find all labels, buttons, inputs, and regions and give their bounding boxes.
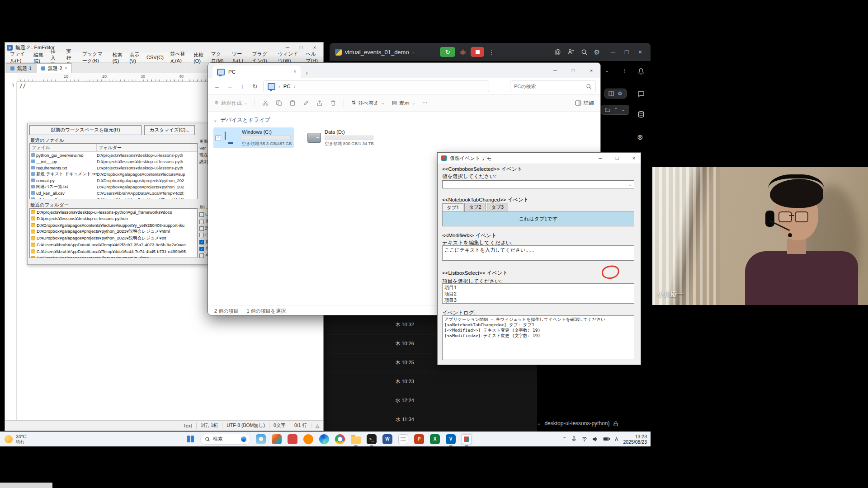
restore-workspace-button[interactable]: 以前のワークスペースを復元(R)	[29, 125, 142, 135]
menu-item[interactable]: ブックマーク(B)	[79, 51, 109, 64]
notifications-bell-icon[interactable]	[637, 68, 645, 75]
stop-button[interactable]	[471, 47, 484, 57]
minimize-icon[interactable]: ─	[594, 156, 607, 161]
chevron-down-icon[interactable]: ⌄	[626, 181, 634, 188]
cut-icon[interactable]	[262, 100, 269, 106]
chevron-down-icon[interactable]: ⌄	[605, 68, 609, 74]
microphone-icon[interactable]	[571, 436, 576, 442]
kebab-menu-icon[interactable]: ⋮	[622, 67, 627, 74]
list-item[interactable]: D:¥projects¥lessons¥desktop-ui-lessons-p…	[30, 216, 197, 222]
code-with-me-icon[interactable]	[567, 48, 575, 56]
taskbar-icon-photos[interactable]	[271, 433, 283, 445]
maximize-icon[interactable]: □	[564, 68, 582, 73]
table-row[interactable]: utf_ken_all.csv C:¥Users¥kbrah¥AppData¥L…	[30, 196, 197, 199]
list-item[interactable]: 木 10:23	[324, 372, 537, 391]
close-tab-icon[interactable]: ×	[65, 66, 67, 70]
menu-item[interactable]: 並べ替え(A)	[167, 51, 190, 64]
taskbar-clock[interactable]: 13:23 2025/08/23	[623, 434, 647, 445]
database-icon[interactable]	[637, 111, 645, 118]
pycharm-project-title[interactable]: virtual_events_01_demo	[345, 49, 409, 56]
taskbar-icon-app-orange[interactable]	[302, 433, 314, 445]
taskbar-icon-terminal[interactable]: >_	[366, 433, 377, 445]
run-button[interactable]: ↻	[440, 47, 455, 57]
minimize-icon[interactable]: ─	[281, 45, 294, 50]
breadcrumb[interactable]: › PC ›	[263, 80, 489, 92]
settings-gear-icon[interactable]: ⚙	[594, 49, 600, 56]
search-input[interactable]: PCの検索	[510, 80, 596, 92]
search-icon[interactable]	[581, 49, 588, 56]
copilot-icon[interactable]: @	[554, 49, 561, 55]
weather-widget[interactable]: 34°C 晴れ	[0, 434, 31, 444]
navigation-pill[interactable]: ⌃ ⌄	[601, 105, 629, 115]
project-env-label[interactable]: desktop-ui-lessons-python)	[544, 420, 609, 427]
list-item[interactable]: 項目1	[444, 284, 632, 291]
text-input[interactable]: ここにテキストを入力してください...	[442, 245, 634, 261]
customize-button[interactable]: カスタマイズ(C)...	[144, 125, 195, 135]
more-actions-icon[interactable]: ⋮	[488, 49, 495, 55]
tab-3[interactable]: タブ3	[487, 203, 508, 211]
view-button[interactable]: ▤表示⌄	[392, 100, 415, 107]
menu-item[interactable]: ファイル(F)	[7, 51, 30, 64]
ime-indicator[interactable]: A	[615, 436, 618, 442]
taskbar-icon-weather-app[interactable]	[255, 433, 267, 445]
taskbar-icon-chrome[interactable]	[334, 433, 346, 445]
breadcrumb-pc[interactable]: PC	[283, 84, 291, 89]
taskbar-icon-excel[interactable]: X	[429, 433, 441, 445]
taskbar-icon-app-red[interactable]	[287, 433, 298, 445]
taskbar-icon-vscode[interactable]: V	[445, 433, 457, 445]
paste-icon[interactable]	[289, 100, 296, 106]
tray-overflow-chevron-icon[interactable]: ⌃	[562, 436, 566, 441]
editor-toolbar-pill[interactable]: ⚙	[604, 89, 627, 99]
new-tab-icon[interactable]: +	[305, 70, 309, 78]
back-icon[interactable]: ←	[212, 84, 222, 89]
search-icon[interactable]	[586, 84, 592, 89]
maximize-icon[interactable]: □	[294, 45, 308, 50]
taskbar-icon-notepad[interactable]	[397, 433, 409, 445]
forward-icon[interactable]: →	[225, 84, 234, 89]
list-item[interactable]: C:¥Users¥kbrah¥AppData¥Local¥Temp¥4d2f3c…	[30, 242, 197, 249]
taskbar-icon-powerpoint[interactable]: P	[413, 433, 425, 445]
up-icon[interactable]: ↑	[238, 84, 247, 89]
document-tab[interactable]: 無題-1	[6, 63, 36, 73]
close-tab-icon[interactable]: ×	[293, 70, 296, 74]
chevron-down-icon[interactable]: ⌄	[213, 118, 217, 122]
listbox[interactable]: 項目1項目2項目3	[442, 283, 634, 304]
list-item[interactable]: 項目3	[444, 297, 632, 303]
close-icon[interactable]: ×	[308, 45, 321, 50]
comments-icon[interactable]	[637, 90, 645, 98]
close-icon[interactable]: ×	[633, 49, 647, 55]
list-item[interactable]: D:¥Dropbox¥galapagos¥contents¥lecture¥su…	[30, 255, 197, 258]
taskbar-icon-edge[interactable]	[318, 433, 330, 445]
explorer-tab-pc[interactable]: PC ×	[212, 66, 301, 78]
list-item[interactable]: D:¥Dropbox¥galapagos¥projects¥python_202…	[30, 229, 197, 235]
minimize-icon[interactable]: ─	[546, 68, 564, 73]
list-item[interactable]: 水 11:34	[324, 410, 537, 429]
see-more-icon[interactable]: ⋯	[422, 100, 428, 106]
chevron-down-icon[interactable]: ⌄	[412, 50, 415, 54]
recent-folders-list[interactable]: D:¥projects¥lessons¥desktop-ui-lessons-p…	[29, 208, 198, 258]
table-row[interactable]: __init__.py D:¥projects¥lessons¥desktop-…	[30, 158, 197, 164]
new-item-button[interactable]: ⊕新規作成⌄	[214, 100, 247, 107]
drive-tile-windows-c[interactable]: ✓ Windows (C:) 空き領域 55.3 GB/487 GB	[213, 127, 294, 148]
debug-icon[interactable]	[459, 48, 467, 56]
menu-item[interactable]: 検索(S)	[109, 52, 127, 64]
table-row[interactable]: requirements.txt D:¥projects¥lessons¥des…	[30, 164, 197, 171]
tab-1[interactable]: タブ1	[442, 203, 463, 212]
checkbox[interactable]: C	[199, 232, 208, 237]
maximize-icon[interactable]: □	[610, 156, 624, 161]
list-item[interactable]: C:¥Users¥kbrah¥AppData¥Local¥Temp¥dde16c…	[30, 248, 197, 255]
battery-icon[interactable]	[603, 437, 610, 441]
taskbar-icon-file-explorer[interactable]	[350, 433, 362, 445]
share-icon[interactable]	[316, 100, 323, 106]
list-item[interactable]: D:¥Dropbox¥galapagos¥projects¥python_202…	[30, 235, 197, 242]
menu-item[interactable]: CSV(C)	[143, 55, 167, 60]
demo-titlebar[interactable]: 仮想イベント デモ ─ □ ×	[438, 153, 641, 164]
table-row[interactable]: utf_ken_all.csv C:¥Users¥kbrah¥AppData¥L…	[30, 190, 197, 196]
drive-tile-data-d[interactable]: Data (D:) 空き領域 800 GB/1.34 TB	[306, 127, 386, 148]
circled-x-icon[interactable]: ⊗	[637, 134, 643, 141]
refresh-icon[interactable]: ↻	[250, 84, 259, 89]
table-row[interactable]: concat.py D:¥Dropbox¥galapagos¥projects¥…	[30, 177, 197, 183]
taskbar-search[interactable]: 検索	[200, 434, 251, 445]
sort-button[interactable]: ⇅並べ替え⌄	[351, 100, 385, 107]
details-pane-button[interactable]: 詳細	[575, 100, 594, 107]
